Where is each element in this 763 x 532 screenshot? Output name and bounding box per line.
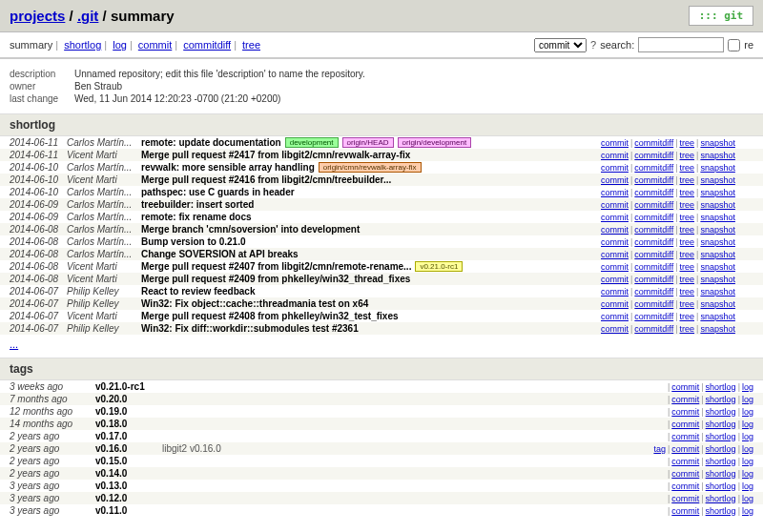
action-tree[interactable]: tree — [680, 188, 695, 197]
nav-shortlog[interactable]: shortlog — [64, 39, 101, 51]
action-commitdiff[interactable]: commitdiff — [634, 151, 673, 160]
commit-subject[interactable]: Merge pull request #2417 from libgit2/cm… — [141, 150, 601, 160]
git-logo[interactable]: ::: git — [689, 6, 753, 26]
action-shortlog[interactable]: shortlog — [706, 494, 736, 503]
action-commit[interactable]: commit — [671, 382, 699, 392]
action-tree[interactable]: tree — [680, 324, 695, 334]
action-commit[interactable]: commit — [671, 494, 699, 503]
tag-name[interactable]: v0.12.0 — [95, 493, 162, 503]
nav-commitdiff[interactable]: commitdiff — [183, 39, 231, 51]
action-commit[interactable]: commit — [601, 200, 629, 210]
action-log[interactable]: log — [742, 407, 753, 417]
action-commit[interactable]: commit — [671, 419, 699, 429]
commit-subject[interactable]: Merge pull request #2409 from phkelley/w… — [141, 274, 601, 284]
action-commit[interactable]: commit — [601, 175, 629, 185]
action-tree[interactable]: tree — [680, 225, 695, 235]
action-log[interactable]: log — [742, 494, 753, 503]
action-shortlog[interactable]: shortlog — [706, 382, 736, 392]
action-tree[interactable]: tree — [680, 163, 695, 173]
action-commitdiff[interactable]: commitdiff — [634, 262, 673, 272]
action-tree[interactable]: tree — [680, 200, 695, 210]
search-type-select[interactable]: commit — [534, 38, 587, 52]
ref-badge[interactable]: origin/cmn/revwalk-array-fix — [319, 162, 422, 173]
action-shortlog[interactable]: shortlog — [706, 506, 736, 516]
ref-badge[interactable]: v0.21.0-rc1 — [415, 261, 463, 272]
commit-subject[interactable]: remote: update documentation development… — [141, 137, 601, 148]
action-commitdiff[interactable]: commitdiff — [634, 200, 673, 210]
action-snapshot[interactable]: snapshot — [700, 287, 735, 297]
search-input[interactable] — [638, 37, 724, 52]
commit-subject[interactable]: Win32: Fix object::cache::threadmania te… — [141, 298, 601, 309]
action-commitdiff[interactable]: commitdiff — [634, 324, 673, 334]
action-commitdiff[interactable]: commitdiff — [634, 225, 673, 235]
commit-subject[interactable]: treebuilder: insert sorted — [141, 199, 601, 210]
action-commit[interactable]: commit — [671, 457, 699, 466]
action-commit[interactable]: commit — [671, 469, 699, 479]
action-snapshot[interactable]: snapshot — [700, 225, 735, 235]
action-commit[interactable]: commit — [601, 213, 629, 222]
action-snapshot[interactable]: snapshot — [700, 250, 735, 259]
commit-subject[interactable]: Change SOVERSION at API breaks — [141, 249, 601, 259]
more-link[interactable]: ... — [0, 335, 763, 354]
action-commit[interactable]: commit — [601, 287, 629, 297]
ref-badge[interactable]: development — [285, 137, 339, 148]
action-commitdiff[interactable]: commitdiff — [634, 312, 673, 321]
action-log[interactable]: log — [742, 395, 753, 404]
nav-commit[interactable]: commit — [138, 39, 172, 51]
action-snapshot[interactable]: snapshot — [700, 299, 735, 309]
action-commitdiff[interactable]: commitdiff — [634, 250, 673, 259]
commit-subject[interactable]: Merge branch 'cmn/soversion' into develo… — [141, 224, 601, 235]
action-snapshot[interactable]: snapshot — [700, 200, 735, 210]
commit-subject[interactable]: revwalk: more sensible array handling or… — [141, 162, 601, 173]
ref-badge[interactable]: origin/development — [398, 137, 472, 148]
action-shortlog[interactable]: shortlog — [706, 419, 736, 429]
action-snapshot[interactable]: snapshot — [700, 213, 735, 222]
action-tree[interactable]: tree — [680, 299, 695, 309]
action-shortlog[interactable]: shortlog — [706, 457, 736, 466]
commit-subject[interactable]: Bump version to 0.21.0 — [141, 236, 601, 247]
action-log[interactable]: log — [742, 469, 753, 479]
action-commit[interactable]: commit — [601, 312, 629, 321]
action-commit[interactable]: commit — [671, 444, 699, 454]
action-tree[interactable]: tree — [680, 175, 695, 185]
action-commit[interactable]: commit — [671, 432, 699, 441]
action-log[interactable]: log — [742, 382, 753, 392]
action-commit[interactable]: commit — [601, 275, 629, 284]
action-commit[interactable]: commit — [671, 481, 699, 491]
action-log[interactable]: log — [742, 444, 753, 454]
action-snapshot[interactable]: snapshot — [700, 237, 735, 247]
tag-name[interactable]: v0.20.0 — [95, 394, 162, 404]
tag-name[interactable]: v0.11.0 — [95, 505, 162, 516]
action-tree[interactable]: tree — [680, 262, 695, 272]
action-commitdiff[interactable]: commitdiff — [634, 138, 673, 148]
action-commit[interactable]: commit — [671, 395, 699, 404]
ref-badge[interactable]: origin/HEAD — [342, 137, 394, 148]
action-log[interactable]: log — [742, 419, 753, 429]
action-snapshot[interactable]: snapshot — [700, 275, 735, 284]
action-snapshot[interactable]: snapshot — [700, 151, 735, 160]
re-checkbox[interactable] — [728, 39, 740, 51]
commit-subject[interactable]: remote: fix rename docs — [141, 212, 601, 222]
action-shortlog[interactable]: shortlog — [706, 481, 736, 491]
action-commitdiff[interactable]: commitdiff — [634, 299, 673, 309]
commit-subject[interactable]: React to review feedback — [141, 286, 601, 297]
tag-name[interactable]: v0.18.0 — [95, 419, 162, 429]
action-tree[interactable]: tree — [680, 312, 695, 321]
action-commit[interactable]: commit — [601, 151, 629, 160]
tag-name[interactable]: v0.19.0 — [95, 406, 162, 417]
action-tree[interactable]: tree — [680, 138, 695, 148]
action-shortlog[interactable]: shortlog — [706, 395, 736, 404]
commit-subject[interactable]: Merge pull request #2407 from libgit2/cm… — [141, 261, 601, 272]
action-log[interactable]: log — [742, 506, 753, 516]
commit-subject[interactable]: Win32: Fix diff::workdir::submodules tes… — [141, 323, 601, 334]
action-commitdiff[interactable]: commitdiff — [634, 275, 673, 284]
action-tree[interactable]: tree — [680, 213, 695, 222]
action-snapshot[interactable]: snapshot — [700, 324, 735, 334]
action-shortlog[interactable]: shortlog — [706, 407, 736, 417]
action-snapshot[interactable]: snapshot — [700, 138, 735, 148]
tag-name[interactable]: v0.14.0 — [95, 468, 162, 479]
action-tree[interactable]: tree — [680, 287, 695, 297]
action-snapshot[interactable]: snapshot — [700, 163, 735, 173]
action-log[interactable]: log — [742, 457, 753, 466]
action-log[interactable]: log — [742, 481, 753, 491]
